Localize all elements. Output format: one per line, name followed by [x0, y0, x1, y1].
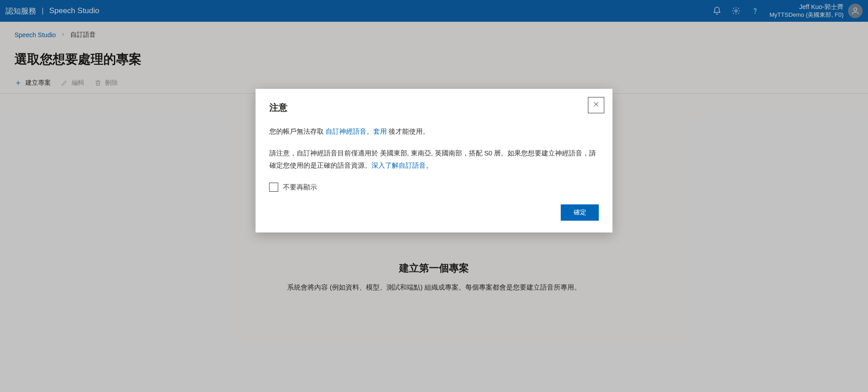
modal-title: 注意 [269, 102, 599, 114]
dont-show-again-label: 不要再顯示 [283, 181, 317, 194]
modal-paragraph-2: 請注意，自訂神經語音目前僅適用於 美國東部, 東南亞, 英國南部，搭配 S0 層… [269, 147, 599, 172]
p1-mid-text: 。 [366, 128, 373, 135]
modal-paragraph-1: 您的帳戶無法存取 自訂神經語音。套用 後才能使用。 [269, 126, 599, 138]
dont-show-again-row: 不要再顯示 [269, 181, 599, 194]
p2-post-text: 。 [426, 162, 433, 169]
notice-modal: 注意 您的帳戶無法存取 自訂神經語音。套用 後才能使用。 請注意，自訂神經語音目… [256, 89, 613, 232]
custom-neural-voice-link[interactable]: 自訂神經語音 [326, 128, 366, 135]
ok-button[interactable]: 確定 [561, 204, 599, 221]
close-icon [593, 101, 600, 110]
close-button[interactable] [588, 97, 605, 113]
p1-post-text: 後才能使用。 [387, 128, 429, 135]
p2-pre-text: 請注意，自訂神經語音目前僅適用於 美國東部, 東南亞, 英國南部，搭配 S0 層… [269, 150, 596, 169]
modal-footer: 確定 [269, 204, 599, 221]
modal-body: 您的帳戶無法存取 自訂神經語音。套用 後才能使用。 請注意，自訂神經語音目前僅適… [269, 126, 599, 194]
learn-more-link[interactable]: 深入了解自訂語音 [371, 162, 426, 169]
p1-pre-text: 您的帳戶無法存取 [269, 128, 326, 135]
apply-link[interactable]: 套用 [373, 128, 387, 135]
dont-show-again-checkbox[interactable] [269, 183, 278, 192]
